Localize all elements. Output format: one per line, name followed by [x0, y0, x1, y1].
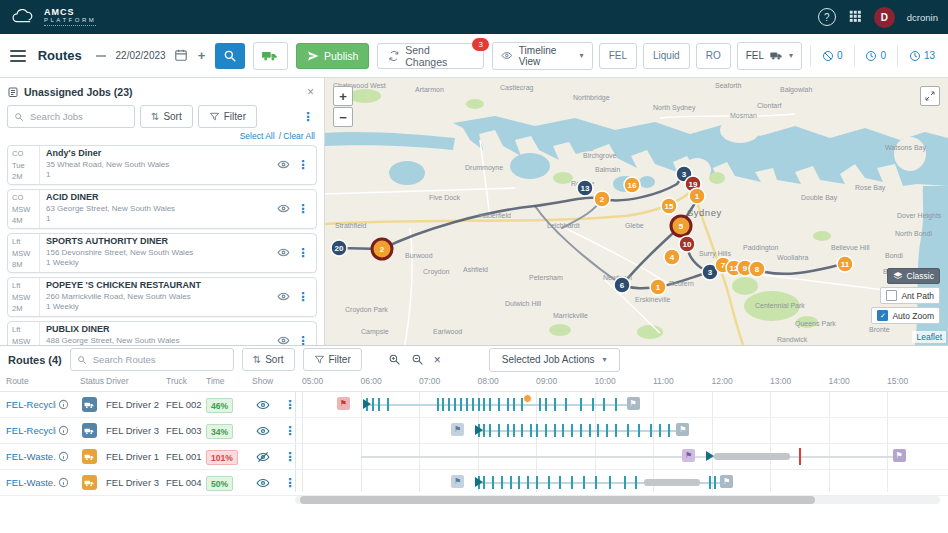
route-menu-icon[interactable]: ⋮: [284, 470, 296, 495]
map-stop-marker[interactable]: 2: [372, 239, 392, 259]
map-stop-marker[interactable]: 8: [749, 261, 765, 277]
timeline-scrollbar-thumb[interactable]: [300, 496, 815, 504]
routes-sort-button[interactable]: ⇅ Sort: [242, 348, 295, 371]
job-card[interactable]: LftMSW8MSPORTS AUTHORITY DINER156 Devons…: [7, 233, 317, 273]
map-zoom-out-button[interactable]: −: [333, 107, 353, 127]
job-menu-icon[interactable]: ⋮: [297, 334, 309, 345]
map-stop-marker[interactable]: 1: [650, 279, 666, 295]
jobs-menu-icon[interactable]: ⋮: [299, 110, 317, 124]
job-menu-icon[interactable]: ⋮: [297, 202, 309, 216]
view-select[interactable]: Timeline View ▾: [492, 42, 592, 70]
job-card[interactable]: COMSW4MACID DINER63 George Street, New S…: [7, 189, 317, 229]
add-date-icon[interactable]: +: [196, 48, 208, 63]
route-status-icon[interactable]: [82, 475, 97, 490]
route-menu-icon[interactable]: ⋮: [284, 392, 296, 417]
truck-button[interactable]: [253, 42, 288, 70]
map-stop-marker[interactable]: 10: [679, 236, 695, 252]
clear-all-link[interactable]: / Clear All: [279, 131, 315, 141]
route-info-icon[interactable]: [58, 392, 69, 417]
route-name-link[interactable]: FEL-Waste...: [6, 444, 56, 469]
truck-type-select[interactable]: FEL ▾: [737, 42, 802, 70]
route-row[interactable]: FEL-Recycli...FEL Driver 3FEL 00334%⋮⚑⚑: [0, 418, 948, 444]
map-stop-marker[interactable]: 1: [689, 188, 705, 204]
route-row[interactable]: FEL-Recycli...FEL Driver 2FEL 00246%⋮⚑⚑: [0, 392, 948, 418]
job-card[interactable]: LftMSW8MPUBLIX DINER488 George Street, N…: [7, 321, 317, 345]
job-visibility-icon[interactable]: [277, 334, 290, 346]
route-row[interactable]: FEL-Waste...FEL Driver 3FEL 00450%⋮⚑⚑: [0, 470, 948, 496]
map-zoom-in-button[interactable]: +: [333, 86, 353, 106]
job-menu-icon[interactable]: ⋮: [297, 290, 309, 304]
map-stop-marker[interactable]: 11: [837, 256, 853, 272]
job-card[interactable]: COTue2MAndy's Diner35 Wheat Road, New So…: [7, 145, 317, 185]
route-name-link[interactable]: FEL-Waste...: [6, 470, 56, 495]
job-menu-icon[interactable]: ⋮: [297, 246, 309, 260]
route-menu-icon[interactable]: ⋮: [284, 418, 296, 443]
route-name-link[interactable]: FEL-Recycli...: [6, 418, 56, 443]
jobs-sort-button[interactable]: ⇅ Sort: [140, 105, 193, 128]
apps-grid-icon[interactable]: [848, 9, 862, 25]
route-info-icon[interactable]: [58, 470, 69, 495]
route-info-icon[interactable]: [58, 418, 69, 443]
job-visibility-icon[interactable]: [277, 202, 290, 217]
route-visibility-toggle[interactable]: [256, 470, 270, 495]
map-stop-marker[interactable]: 13: [577, 180, 593, 196]
ant-path-toggle[interactable]: Ant Path: [880, 287, 940, 304]
timeline-zoom-in-icon[interactable]: [388, 353, 401, 366]
route-name-link[interactable]: FEL-Recycli...: [6, 392, 56, 417]
route-visibility-toggle[interactable]: [256, 392, 270, 417]
timeline-scrollbar[interactable]: [295, 496, 940, 504]
routes-filter-button[interactable]: Filter: [303, 348, 362, 371]
counter-excluded[interactable]: 0: [819, 50, 846, 62]
job-card[interactable]: LftMSW2MPOPEYE 'S CHICKEN RESTAURANT260 …: [7, 277, 317, 317]
route-status-icon[interactable]: [82, 423, 97, 438]
map-stop-marker[interactable]: 5: [671, 216, 691, 236]
route-info-icon[interactable]: [58, 444, 69, 469]
menu-icon[interactable]: [10, 50, 26, 62]
calendar-icon[interactable]: [174, 48, 188, 64]
timeline-zoom-out-icon[interactable]: [411, 353, 424, 366]
map-stop-marker[interactable]: 6: [614, 277, 630, 293]
map-stop-marker[interactable]: 15: [661, 198, 677, 214]
job-menu-icon[interactable]: ⋮: [297, 158, 309, 172]
job-visibility-icon[interactable]: [277, 158, 290, 173]
close-icon[interactable]: ×: [304, 85, 317, 99]
timeline-end-flag: ⚑: [627, 397, 640, 410]
map-stop-marker[interactable]: 16: [624, 177, 640, 193]
selected-job-actions-button[interactable]: Selected Job Actions ▾: [489, 348, 620, 372]
ant-path-checkbox[interactable]: [886, 290, 897, 301]
map-classic-button[interactable]: Classic: [887, 268, 940, 284]
filter-ro-button[interactable]: RO: [696, 43, 731, 69]
jobs-search-input[interactable]: [28, 110, 128, 123]
route-menu-icon[interactable]: ⋮: [284, 444, 296, 469]
job-visibility-icon[interactable]: [277, 246, 290, 261]
counter-pending[interactable]: 0: [862, 50, 889, 62]
routes-search-input[interactable]: [91, 353, 205, 366]
route-visibility-toggle[interactable]: [256, 444, 270, 469]
route-status-icon[interactable]: [82, 397, 97, 412]
route-status-icon[interactable]: [82, 449, 97, 464]
auto-zoom-toggle[interactable]: ✓ Auto Zoom: [871, 307, 940, 324]
route-visibility-toggle[interactable]: [256, 418, 270, 443]
avatar[interactable]: D: [874, 7, 895, 28]
search-button[interactable]: [215, 43, 244, 69]
auto-zoom-checkbox[interactable]: ✓: [877, 310, 888, 321]
map-attribution[interactable]: Leaflet: [912, 331, 946, 343]
timeline-zoom-reset-icon[interactable]: ×: [434, 353, 441, 367]
filter-fel-button[interactable]: FEL: [599, 43, 637, 69]
date-value[interactable]: 22/02/2023: [116, 50, 166, 61]
job-visibility-icon[interactable]: [277, 290, 290, 305]
map-stop-marker[interactable]: 4: [664, 249, 680, 265]
jobs-filter-button[interactable]: Filter: [198, 105, 257, 128]
route-row[interactable]: FEL-Waste...FEL Driver 1FEL 001101%⋮⚑⚑: [0, 444, 948, 470]
select-all-link[interactable]: Select All: [240, 131, 275, 141]
send-changes-button[interactable]: Send Changes 3: [377, 43, 484, 69]
filter-liquid-button[interactable]: Liquid: [643, 43, 690, 69]
map-stop-marker[interactable]: 2: [594, 191, 610, 207]
counter-scheduled[interactable]: 13: [906, 50, 938, 62]
help-icon[interactable]: ?: [818, 8, 836, 26]
map-stop-marker[interactable]: 20: [331, 240, 347, 256]
map[interactable]: Chatswood WestArtarmonCastlecragNorthbri…: [325, 78, 948, 345]
collapse-icon[interactable]: [96, 55, 106, 57]
publish-button[interactable]: Publish: [296, 43, 369, 69]
map-expand-button[interactable]: [920, 86, 940, 106]
